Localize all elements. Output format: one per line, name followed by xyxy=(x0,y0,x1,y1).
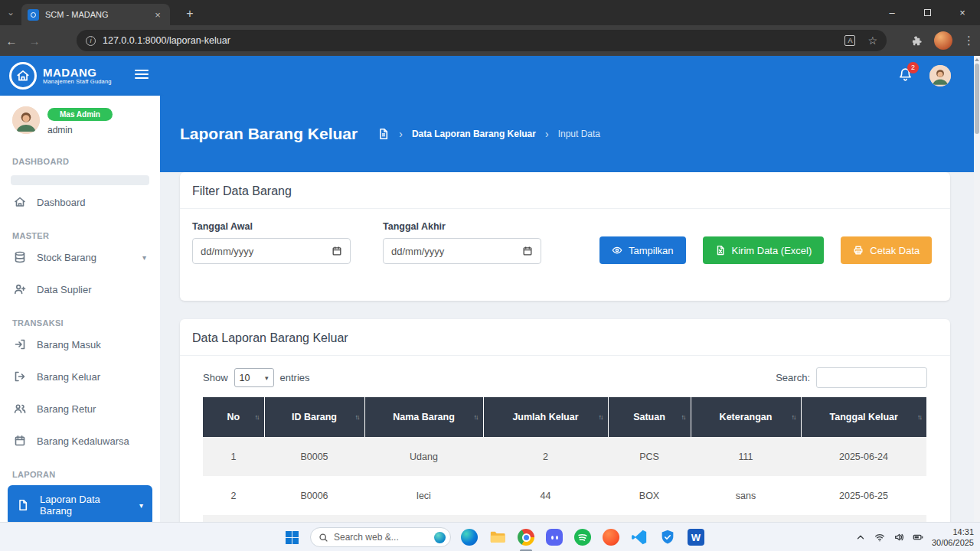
sidebar-item-dashboard[interactable]: Dashboard xyxy=(0,187,160,217)
tanggal-awal-label: Tanggal Awal xyxy=(192,221,351,232)
brand-logo[interactable]: MADANG Manajemen Staff Gudang xyxy=(9,62,112,90)
user-name: admin xyxy=(47,125,113,135)
visual-search-icon[interactable] xyxy=(434,532,446,543)
brave-icon[interactable] xyxy=(601,527,621,548)
sidebar-item-data-suplier[interactable]: Data Suplier xyxy=(0,274,160,305)
forward-button[interactable]: → xyxy=(23,34,46,47)
discord-icon[interactable] xyxy=(544,527,564,548)
chevron-down-icon: ▾ xyxy=(265,374,269,382)
spotify-icon[interactable] xyxy=(573,527,593,548)
home-icon xyxy=(14,196,26,208)
tanggal-akhir-input[interactable]: dd/mm/yyyy xyxy=(383,238,541,264)
database-icon xyxy=(14,251,26,263)
tampilkan-button[interactable]: Tampilkan xyxy=(599,236,686,264)
notifications-button[interactable]: 2 xyxy=(898,67,913,85)
cell-nama-barang: leci xyxy=(364,476,483,515)
column-header-satuan[interactable]: Satuan↑↓ xyxy=(608,397,691,437)
column-header-keterangan[interactable]: Keterangan↑↓ xyxy=(691,397,801,437)
sidebar-item-label: Dashboard xyxy=(37,197,86,208)
sidebar-item-label: Stock Barang xyxy=(37,252,96,263)
site-info-icon[interactable]: i xyxy=(86,36,96,46)
sidebar-item-label: Barang Retur xyxy=(37,403,96,415)
chrome-icon[interactable] xyxy=(516,527,536,548)
address-bar[interactable]: i 127.0.0.1:8000/laporan-keluar A ☆ xyxy=(77,30,887,51)
sidebar-item-laporan-data-barang[interactable]: Laporan Data Barang ▾ xyxy=(8,485,152,522)
cell-jumlah-keluar: 2 xyxy=(483,437,608,476)
network-icon[interactable] xyxy=(874,532,885,543)
data-card-title: Data Laporan Barang Keluar xyxy=(180,319,950,356)
table-header-row: No↑↓ ID Barang↑↓ Nama Barang↑↓ Jumlah Ke… xyxy=(203,397,926,437)
window-maximize-button[interactable] xyxy=(910,0,945,25)
security-app-icon[interactable] xyxy=(658,527,678,548)
sidebar-item-barang-retur[interactable]: Barang Retur xyxy=(0,393,160,424)
sidebar-item-label: Barang Masuk xyxy=(37,339,101,350)
entries-label: entries xyxy=(280,372,310,383)
clock-time: 14:31 xyxy=(932,527,974,537)
sort-icon: ↑↓ xyxy=(355,413,359,421)
file-icon xyxy=(17,499,29,511)
hidden-icons-chevron[interactable] xyxy=(855,532,866,543)
cetak-data-button[interactable]: Cetak Data xyxy=(841,236,932,264)
new-tab-button[interactable]: + xyxy=(181,5,199,23)
tanggal-awal-input[interactable]: dd/mm/yyyy xyxy=(192,238,351,264)
browser-tab[interactable]: SCM - MADANG × xyxy=(21,4,170,25)
browser-profile-avatar[interactable] xyxy=(934,31,952,50)
volume-icon[interactable] xyxy=(893,532,904,543)
cell-tanggal-keluar: 2025-06-25 xyxy=(801,476,926,515)
column-header-no[interactable]: No↑↓ xyxy=(203,397,264,437)
cell-no: 1 xyxy=(203,437,264,476)
sidebar-item-barang-masuk[interactable]: Barang Masuk xyxy=(0,329,160,360)
sidebar-item-label: Laporan Data Barang xyxy=(40,494,129,517)
calendar-icon[interactable] xyxy=(332,246,342,256)
translate-icon[interactable]: A xyxy=(844,35,855,46)
taskbar-clock[interactable]: 14:31 30/06/2025 xyxy=(932,527,974,549)
table-search-input[interactable] xyxy=(816,367,927,388)
sort-icon: ↑↓ xyxy=(917,413,921,421)
vscode-icon[interactable] xyxy=(629,527,649,548)
sort-icon: ↑↓ xyxy=(474,413,478,421)
column-header-tanggal-keluar[interactable]: Tanggal Keluar↑↓ xyxy=(801,397,926,437)
sidebar-divider-bar xyxy=(11,175,149,185)
browser-menu-icon[interactable]: ⋮ xyxy=(963,34,974,47)
breadcrumb-link[interactable]: Data Laporan Barang Keluar xyxy=(412,129,536,139)
sidebar-item-barang-kedaluwarsa[interactable]: Barang Kedaluwarsa xyxy=(0,425,160,456)
calendar-icon[interactable] xyxy=(522,246,533,256)
sort-icon: ↑↓ xyxy=(792,413,795,421)
battery-icon[interactable] xyxy=(913,532,923,543)
user-avatar[interactable] xyxy=(929,65,951,86)
kirim-data-excel-button[interactable]: Kirim Data (Excel) xyxy=(703,236,825,264)
tab-search-icon[interactable]: ⌄ xyxy=(7,7,15,18)
page-title: Laporan Barang Keluar xyxy=(180,125,358,143)
sidebar-item-label: Barang Kedaluwarsa xyxy=(37,435,129,447)
sort-icon: ↑↓ xyxy=(599,413,603,421)
table-row: 1 B0005 Udang 2 PCS 111 2025-06-24 xyxy=(203,437,926,476)
tab-close-icon[interactable]: × xyxy=(152,9,164,21)
sidebar-toggle-icon[interactable] xyxy=(135,70,149,79)
main-content: Laporan Barang Keluar › Data Laporan Bar… xyxy=(160,96,974,522)
sidebar-item-stock-barang[interactable]: Stock Barang ▾ xyxy=(0,242,160,272)
data-table: No↑↓ ID Barang↑↓ Nama Barang↑↓ Jumlah Ke… xyxy=(203,397,926,515)
sidebar-item-barang-keluar[interactable]: Barang Keluar xyxy=(0,361,160,392)
column-header-id-barang[interactable]: ID Barang↑↓ xyxy=(264,397,364,437)
file-explorer-icon[interactable] xyxy=(488,527,508,548)
window-minimize-button[interactable]: – xyxy=(874,0,910,25)
show-label: Show xyxy=(203,372,228,383)
bookmark-star-icon[interactable]: ☆ xyxy=(867,34,877,47)
window-close-button[interactable]: × xyxy=(945,0,980,25)
column-header-jumlah-keluar[interactable]: Jumlah Keluar↑↓ xyxy=(483,397,608,437)
back-button[interactable]: ← xyxy=(0,34,23,47)
edge-icon[interactable] xyxy=(459,527,479,548)
scrollbar-thumb[interactable] xyxy=(975,64,979,134)
section-label-transaksi: TRANSAKSI xyxy=(12,318,148,328)
page-size-select[interactable]: 10 ▾ xyxy=(234,368,274,387)
extensions-icon[interactable] xyxy=(912,35,923,47)
page-header: Laporan Barang Keluar › Data Laporan Bar… xyxy=(160,96,974,172)
start-button[interactable] xyxy=(282,527,302,548)
word-icon[interactable]: W xyxy=(686,527,706,548)
scrollbar-up-arrow[interactable] xyxy=(975,58,979,61)
taskbar-search[interactable]: Search web &... xyxy=(310,527,451,547)
sign-out-icon xyxy=(14,370,26,383)
cell-id-barang: B0005 xyxy=(264,437,364,476)
section-label-master: MASTER xyxy=(12,231,148,240)
column-header-nama-barang[interactable]: Nama Barang↑↓ xyxy=(364,397,483,437)
